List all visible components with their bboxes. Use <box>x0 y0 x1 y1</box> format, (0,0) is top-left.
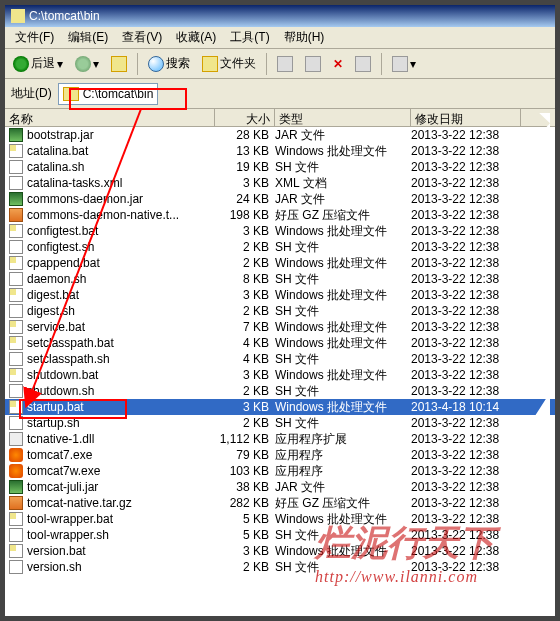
file-name: tcnative-1.dll <box>27 432 94 446</box>
tb-button[interactable] <box>301 54 325 74</box>
menu-view[interactable]: 查看(V) <box>116 27 168 48</box>
file-name: cpappend.bat <box>27 256 100 270</box>
file-row[interactable]: commons-daemon-native.t...198 KB好压 GZ 压缩… <box>5 207 555 223</box>
col-size[interactable]: 大小 <box>215 109 275 126</box>
file-type: SH 文件 <box>275 159 411 176</box>
up-button[interactable] <box>107 54 131 74</box>
back-button[interactable]: 后退 ▾ <box>9 53 67 74</box>
file-list[interactable]: bootstrap.jar28 KBJAR 文件2013-3-22 12:38c… <box>5 127 555 575</box>
file-row[interactable]: shutdown.sh2 KBSH 文件2013-3-22 12:38 <box>5 383 555 399</box>
file-date: 2013-3-22 12:38 <box>411 192 521 206</box>
delete-button[interactable]: ✕ <box>329 55 347 73</box>
file-row[interactable]: catalina.bat13 KBWindows 批处理文件2013-3-22 … <box>5 143 555 159</box>
file-row[interactable]: version.sh2 KBSH 文件2013-3-22 12:38 <box>5 559 555 575</box>
separator <box>266 53 267 75</box>
file-name: setclasspath.sh <box>27 352 110 366</box>
file-icon <box>9 160 23 174</box>
file-date: 2013-3-22 12:38 <box>411 368 521 382</box>
file-row[interactable]: catalina-tasks.xml3 KBXML 文档2013-3-22 12… <box>5 175 555 191</box>
file-size: 1,112 KB <box>215 432 275 446</box>
file-name: configtest.bat <box>27 224 98 238</box>
file-size: 3 KB <box>215 288 275 302</box>
tb-button[interactable] <box>273 54 297 74</box>
file-name: service.bat <box>27 320 85 334</box>
file-date: 2013-3-22 12:38 <box>411 560 521 574</box>
file-type: Windows 批处理文件 <box>275 367 411 384</box>
back-icon <box>13 56 29 72</box>
file-row[interactable]: commons-daemon.jar24 KBJAR 文件2013-3-22 1… <box>5 191 555 207</box>
menu-help[interactable]: 帮助(H) <box>278 27 331 48</box>
forward-button[interactable]: ▾ <box>71 54 103 74</box>
file-icon <box>9 288 23 302</box>
titlebar[interactable]: C:\tomcat\bin <box>5 5 555 27</box>
file-name: shutdown.bat <box>27 368 98 382</box>
up-icon <box>111 56 127 72</box>
file-name: tomcat7.exe <box>27 448 92 462</box>
file-name: daemon.sh <box>27 272 86 286</box>
file-name: startup.sh <box>27 416 80 430</box>
file-row[interactable]: tool-wrapper.bat5 KBWindows 批处理文件2013-3-… <box>5 511 555 527</box>
file-icon <box>9 144 23 158</box>
file-icon <box>9 544 23 558</box>
menu-file[interactable]: 文件(F) <box>9 27 60 48</box>
file-size: 3 KB <box>215 400 275 414</box>
file-row[interactable]: tomcat7.exe79 KB应用程序2013-3-22 12:38 <box>5 447 555 463</box>
folders-button[interactable]: 文件夹 <box>198 53 260 74</box>
col-type[interactable]: 类型 <box>275 109 411 126</box>
file-date: 2013-3-22 12:38 <box>411 224 521 238</box>
menu-favorites[interactable]: 收藏(A) <box>170 27 222 48</box>
file-row[interactable]: daemon.sh8 KBSH 文件2013-3-22 12:38 <box>5 271 555 287</box>
menu-edit[interactable]: 编辑(E) <box>62 27 114 48</box>
search-button[interactable]: 搜索 <box>144 53 194 74</box>
file-icon <box>9 512 23 526</box>
file-name: tool-wrapper.bat <box>27 512 113 526</box>
separator <box>137 53 138 75</box>
file-icon <box>9 176 23 190</box>
file-row[interactable]: startup.bat3 KBWindows 批处理文件2013-4-18 10… <box>5 399 555 415</box>
file-icon <box>9 480 23 494</box>
file-row[interactable]: cpappend.bat2 KBWindows 批处理文件2013-3-22 1… <box>5 255 555 271</box>
file-row[interactable]: tomcat-juli.jar38 KBJAR 文件2013-3-22 12:3… <box>5 479 555 495</box>
file-row[interactable]: service.bat7 KBWindows 批处理文件2013-3-22 12… <box>5 319 555 335</box>
file-row[interactable]: version.bat3 KBWindows 批处理文件2013-3-22 12… <box>5 543 555 559</box>
file-icon <box>9 432 23 446</box>
file-size: 2 KB <box>215 304 275 318</box>
file-row[interactable]: bootstrap.jar28 KBJAR 文件2013-3-22 12:38 <box>5 127 555 143</box>
file-name: digest.bat <box>27 288 79 302</box>
file-icon <box>9 448 23 462</box>
file-row[interactable]: configtest.sh2 KBSH 文件2013-3-22 12:38 <box>5 239 555 255</box>
file-name: setclasspath.bat <box>27 336 114 350</box>
file-size: 28 KB <box>215 128 275 142</box>
file-row[interactable]: setclasspath.sh4 KBSH 文件2013-3-22 12:38 <box>5 351 555 367</box>
file-size: 4 KB <box>215 352 275 366</box>
file-row[interactable]: shutdown.bat3 KBWindows 批处理文件2013-3-22 1… <box>5 367 555 383</box>
views-button[interactable]: ▾ <box>388 54 420 74</box>
file-name: startup.bat <box>27 400 84 414</box>
file-row[interactable]: setclasspath.bat4 KBWindows 批处理文件2013-3-… <box>5 335 555 351</box>
file-row[interactable]: tcnative-1.dll1,112 KB应用程序扩展2013-3-22 12… <box>5 431 555 447</box>
tb-button[interactable] <box>351 54 375 74</box>
file-name: version.sh <box>27 560 82 574</box>
file-type: SH 文件 <box>275 239 411 256</box>
file-type: SH 文件 <box>275 559 411 576</box>
file-type: Windows 批处理文件 <box>275 511 411 528</box>
col-name[interactable]: 名称 <box>5 109 215 126</box>
folder-icon <box>11 9 25 23</box>
file-date: 2013-3-22 12:38 <box>411 512 521 526</box>
file-row[interactable]: tomcat-native.tar.gz282 KB好压 GZ 压缩文件2013… <box>5 495 555 511</box>
file-row[interactable]: digest.sh2 KBSH 文件2013-3-22 12:38 <box>5 303 555 319</box>
col-date[interactable]: 修改日期 <box>411 109 521 126</box>
file-icon <box>9 304 23 318</box>
file-row[interactable]: tool-wrapper.sh5 KBSH 文件2013-3-22 12:38 <box>5 527 555 543</box>
file-size: 8 KB <box>215 272 275 286</box>
file-type: Windows 批处理文件 <box>275 143 411 160</box>
file-row[interactable]: digest.bat3 KBWindows 批处理文件2013-3-22 12:… <box>5 287 555 303</box>
file-row[interactable]: catalina.sh19 KBSH 文件2013-3-22 12:38 <box>5 159 555 175</box>
file-row[interactable]: startup.sh2 KBSH 文件2013-3-22 12:38 <box>5 415 555 431</box>
nav-icon <box>277 56 293 72</box>
file-type: JAR 文件 <box>275 479 411 496</box>
menu-tools[interactable]: 工具(T) <box>224 27 275 48</box>
file-row[interactable]: configtest.bat3 KBWindows 批处理文件2013-3-22… <box>5 223 555 239</box>
file-row[interactable]: tomcat7w.exe103 KB应用程序2013-3-22 12:38 <box>5 463 555 479</box>
address-input[interactable]: C:\tomcat\bin <box>58 83 159 105</box>
